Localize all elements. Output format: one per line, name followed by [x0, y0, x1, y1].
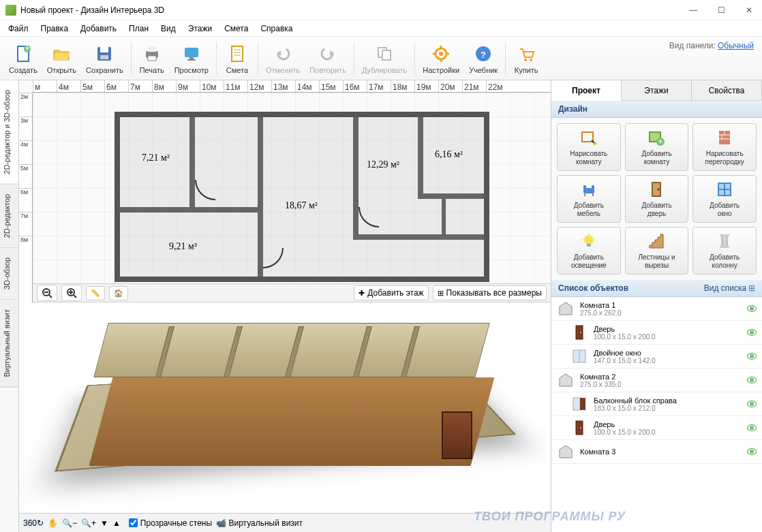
add-floor-button[interactable]: ✚ Добавить этаж — [354, 285, 428, 300]
rtab-Свойства[interactable]: Свойства — [692, 80, 762, 100]
home-button[interactable]: 🏠 — [109, 286, 128, 300]
toolbar-save[interactable]: Сохранить — [81, 40, 128, 77]
object-item[interactable]: Дверь100.0 x 15.0 x 200.0 — [551, 416, 762, 440]
left-vertical-tabs: 2D-редактор и 3D-обзор2D-редактор3D-обзо… — [0, 80, 19, 532]
svg-line-32 — [74, 295, 76, 298]
menu-Файл[interactable]: Файл — [3, 22, 34, 35]
rtab-Проект[interactable]: Проект — [551, 80, 622, 101]
svg-rect-4 — [100, 47, 108, 52]
cart-icon — [515, 43, 537, 65]
toolbar-monitor[interactable]: Просмотр — [170, 40, 213, 77]
room-label: 9,21 м³ — [169, 241, 197, 252]
svg-point-27 — [530, 59, 532, 61]
zoom-in-button[interactable] — [61, 285, 82, 301]
menu-Смета[interactable]: Смета — [219, 22, 254, 35]
vtab-1[interactable]: 2D-редактор — [0, 185, 18, 248]
menu-План[interactable]: План — [123, 22, 154, 35]
panel-view-link[interactable]: Обычный — [718, 41, 754, 50]
toolbar-file-new[interactable]: +Создать — [4, 40, 42, 77]
maximize-button[interactable]: ☐ — [714, 4, 729, 16]
menu-Добавить[interactable]: Добавить — [75, 22, 122, 35]
draw-room-icon — [579, 128, 598, 147]
floor-plan[interactable]: 7,21 м² 18,67 м² 12,29 м² 6,16 м² 9,21 м… — [115, 112, 489, 285]
ruler-horizontal: м4м5м6м7м8м9м10м11м12м13м14м15м16м17м18м… — [33, 80, 551, 93]
menu-Вид[interactable]: Вид — [155, 22, 181, 35]
window-i-icon — [570, 347, 588, 365]
toolbar-help[interactable]: ?Учебник — [464, 40, 502, 77]
right-tabs: ПроектЭтажиСвойства — [551, 80, 762, 101]
door-icon — [647, 180, 666, 199]
toolbar-estimate[interactable]: Смета — [219, 40, 255, 77]
list-view-icon[interactable]: ⊞ — [748, 283, 755, 293]
menu-Справка[interactable]: Справка — [255, 22, 298, 35]
object-item[interactable]: Комната 3 — [551, 440, 762, 464]
design-section-header: Дизайн — [551, 101, 762, 118]
visibility-eye-icon[interactable] — [747, 448, 757, 455]
virtual-visit-button[interactable]: 📹 Виртуальный визит — [216, 518, 303, 528]
gear-icon — [430, 43, 452, 65]
visibility-eye-icon[interactable] — [747, 305, 757, 312]
svg-rect-64 — [576, 326, 583, 339]
view-3d[interactable] — [19, 302, 551, 513]
stairs-icon — [647, 232, 666, 251]
app-icon — [5, 5, 16, 16]
vtab-3[interactable]: Виртуальный визит — [0, 300, 18, 388]
light-icon — [579, 232, 598, 251]
visibility-eye-icon[interactable] — [747, 401, 757, 407]
menu-Этажи[interactable]: Этажи — [183, 22, 217, 35]
room-icon — [557, 300, 575, 317]
design-door[interactable]: Добавитьдверь — [625, 175, 689, 223]
pitch-up-button[interactable]: ▲ — [112, 518, 121, 528]
grid-2d[interactable]: 7,21 м² 18,67 м² 12,29 м² 6,16 м² 9,21 м… — [33, 93, 551, 297]
zoom-out-3d-button[interactable]: 🔍− — [62, 518, 77, 528]
vtab-2[interactable]: 3D-обзор — [0, 248, 18, 300]
visibility-eye-icon[interactable] — [747, 424, 757, 431]
toolbar-undo: Отменить — [261, 40, 305, 77]
object-item[interactable]: Комната 1275.0 x 262.0 — [551, 297, 762, 321]
svg-rect-55 — [587, 244, 591, 247]
visibility-eye-icon[interactable] — [747, 353, 757, 360]
minimize-button[interactable]: — — [685, 4, 701, 16]
close-button[interactable]: ✕ — [742, 4, 757, 16]
visibility-eye-icon[interactable] — [747, 329, 757, 336]
window-title: Новый проект - Дизайн Интерьера 3D — [20, 5, 685, 15]
rtab-Этажи[interactable]: Этажи — [622, 80, 692, 100]
visibility-eye-icon[interactable] — [747, 377, 757, 384]
object-item[interactable]: Балконный блок справа183.0 x 15.0 x 212.… — [551, 392, 762, 416]
svg-rect-46 — [592, 185, 594, 191]
object-item[interactable]: Комната 2275.0 x 335.0 — [551, 369, 762, 392]
object-item[interactable]: Дверь100.0 x 15.0 x 200.0 — [551, 321, 762, 345]
object-item[interactable]: Двойное окно147.0 x 15.0 x 142.0 — [551, 345, 762, 369]
vtab-0[interactable]: 2D-редактор и 3D-обзор — [0, 80, 18, 185]
toolbar-gear[interactable]: Настройки — [418, 40, 464, 77]
design-window[interactable]: Добавитьокно — [692, 175, 757, 223]
transparent-walls-checkbox[interactable]: Прозрачные стены — [129, 518, 212, 528]
svg-rect-68 — [573, 398, 580, 410]
help-icon: ? — [472, 43, 494, 65]
pan-button[interactable]: ✋ — [48, 518, 58, 528]
svg-rect-9 — [185, 48, 198, 57]
design-partition[interactable]: Нарисоватьперегородку — [692, 123, 757, 171]
zoom-in-3d-button[interactable]: 🔍+ — [81, 518, 96, 528]
design-add-room[interactable]: +Добавитькомнату — [625, 123, 689, 171]
menu-Правка[interactable]: Правка — [35, 22, 74, 35]
design-column[interactable]: Добавитьколонну — [692, 227, 757, 275]
svg-rect-61 — [720, 246, 729, 248]
design-light[interactable]: Добавитьосвещение — [557, 227, 621, 275]
toolbar-printer[interactable]: Печать — [134, 40, 170, 77]
menubar: ФайлПравкаДобавитьПланВидЭтажиСметаСправ… — [0, 20, 762, 37]
duplicate-icon — [374, 43, 395, 65]
ruler-button[interactable]: 📏 — [86, 286, 105, 300]
design-stairs[interactable]: Лестницы ивырезы — [625, 227, 689, 275]
rotate-360-button[interactable]: 360↻ — [23, 518, 44, 528]
show-dimensions-button[interactable]: ⊞ Показывать все размеры — [433, 285, 547, 300]
toolbar-cart[interactable]: Купить — [508, 40, 544, 77]
toolbar-folder-open[interactable]: Открыть — [42, 40, 81, 77]
svg-rect-70 — [576, 421, 583, 435]
zoom-out-button[interactable] — [37, 285, 57, 301]
design-furniture[interactable]: Добавитьмебель — [557, 175, 621, 223]
room-label: 18,67 м² — [285, 200, 318, 211]
svg-rect-5 — [100, 55, 108, 59]
pitch-down-button[interactable]: ▼ — [100, 518, 108, 528]
design-draw-room[interactable]: Нарисоватькомнату — [557, 123, 621, 171]
